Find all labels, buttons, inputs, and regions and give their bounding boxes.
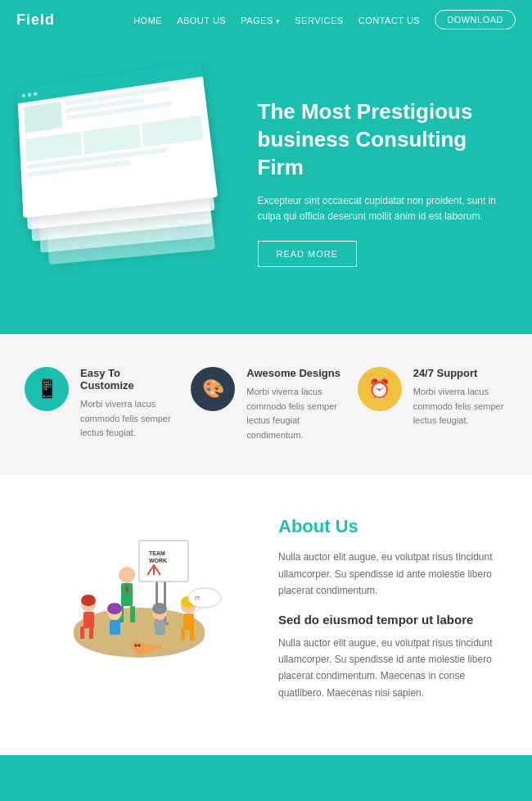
feature-item-2: 🎨 Awesome Designs Morbi viverra lacus co…	[191, 367, 340, 442]
nav-pages[interactable]: Pages	[241, 12, 280, 27]
about-heading: About Us	[278, 516, 507, 537]
stats-section: 1680 Popularity 1200 Happy Customers 400…	[0, 755, 532, 801]
about-illustration: TEAM WORK	[25, 516, 254, 680]
nav-links: Home About Us Pages Services Contact Us …	[133, 10, 516, 29]
hero-description: Excepteur sint occaecat cupidatat non pr…	[258, 193, 516, 224]
svg-rect-17	[80, 627, 84, 639]
svg-point-24	[152, 603, 167, 614]
svg-rect-20	[110, 620, 120, 635]
mockup-stack	[17, 59, 246, 292]
about-paragraph-2: Nulla auctor elit augue, eu volutpat ris…	[278, 635, 507, 702]
svg-rect-29	[190, 628, 194, 640]
svg-point-36	[188, 588, 221, 608]
feature-desc-3: Morbi viverra lacus commodo felis semper…	[413, 385, 507, 428]
svg-rect-26	[183, 613, 194, 630]
features-section: 📱 Easy To Customize Morbi viverra lacus …	[0, 334, 532, 475]
hero-section: The Most Prestigious business Consulting…	[0, 39, 532, 334]
stat-number-3: 400	[314, 796, 372, 801]
stat-number-4: 800	[423, 796, 481, 801]
navbar: Field Home About Us Pages Services Conta…	[0, 0, 532, 39]
stat-item-3: 400 Rates	[314, 796, 372, 801]
feature-icon-3: ⏰	[358, 367, 402, 411]
mockup-page-5	[17, 61, 218, 218]
nav-about[interactable]: About Us	[177, 12, 226, 27]
about-section: TEAM WORK	[0, 475, 532, 755]
svg-rect-15	[83, 612, 94, 628]
feature-icon-1: 📱	[25, 367, 69, 411]
about-content: About Us Nulla auctor elit augue, eu vol…	[278, 516, 507, 714]
svg-text:WORK: WORK	[149, 558, 167, 563]
hero-cta-button[interactable]: Read More	[258, 241, 358, 267]
nav-home[interactable]: Home	[133, 12, 162, 27]
svg-text:!?: !?	[195, 595, 200, 601]
svg-point-16	[81, 595, 96, 606]
feature-icon-2: 🎨	[191, 367, 235, 411]
svg-point-21	[107, 603, 122, 614]
nav-download-btn[interactable]: Download	[435, 10, 516, 29]
feature-title-2: Awesome Designs	[246, 367, 340, 379]
about-subheading: Sed do eiusmod tempor ut labore	[278, 613, 507, 627]
hero-mockup	[16, 68, 241, 297]
feature-desc-2: Morbi viverra lacus commodo felis semper…	[246, 385, 340, 442]
feature-text-1: Easy To Customize Morbi viverra lacus co…	[80, 367, 174, 441]
feature-text-3: 24/7 Support Morbi viverra lacus commodo…	[413, 367, 507, 428]
svg-text:TEAM: TEAM	[149, 550, 165, 556]
svg-rect-23	[155, 620, 165, 635]
nav-services[interactable]: Services	[295, 12, 343, 27]
stat-item-4: 800 Awards Won	[423, 796, 481, 801]
stat-number-2: 1200	[179, 796, 262, 801]
feature-title-1: Easy To Customize	[80, 367, 174, 391]
team-meeting-svg: TEAM WORK	[33, 516, 246, 680]
svg-rect-13	[130, 606, 135, 622]
feature-text-2: Awesome Designs Morbi viverra lacus comm…	[246, 367, 340, 442]
hero-title: The Most Prestigious business Consulting…	[258, 98, 516, 181]
feature-item-3: ⏰ 24/7 Support Morbi viverra lacus commo…	[358, 367, 507, 428]
feature-title-3: 24/7 Support	[413, 367, 507, 379]
stat-item-2: 1200 Happy Customers	[179, 796, 262, 801]
hero-content: The Most Prestigious business Consulting…	[241, 98, 516, 267]
svg-rect-18	[89, 627, 93, 639]
brand-logo[interactable]: Field	[16, 11, 55, 29]
svg-rect-28	[181, 628, 185, 640]
about-paragraph-1: Nulla auctor elit augue, eu volutpat ris…	[278, 549, 507, 599]
svg-point-35	[138, 645, 141, 647]
nav-contact[interactable]: Contact Us	[358, 12, 421, 27]
svg-point-9	[119, 567, 135, 583]
svg-point-34	[135, 645, 138, 647]
feature-desc-1: Morbi viverra lacus commodo felis semper…	[80, 397, 174, 441]
feature-item-1: 📱 Easy To Customize Morbi viverra lacus …	[25, 367, 174, 441]
stat-number-1: 1680	[51, 796, 127, 801]
stat-item-1: 1680 Popularity	[51, 796, 127, 801]
